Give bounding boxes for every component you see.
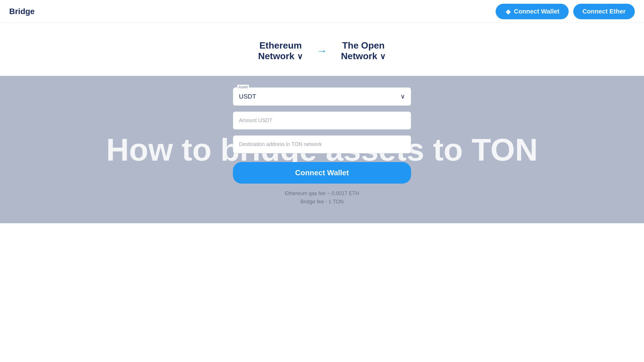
to-network-name: The Open Network ∨ [341,40,386,61]
amount-input-wrapper [233,111,411,130]
from-network-name: Ethereum Network ∨ [258,40,303,61]
asset-chevron-icon: ∨ [400,93,405,100]
asset-label: Asset [237,85,249,89]
connect-ether-button[interactable]: Connect Ether [573,4,635,19]
amount-field-group [233,111,411,130]
fee-info: Ethereum gas fee ~ 0.0017 ETH Bridge fee… [233,189,411,206]
destination-wrapper [233,135,411,153]
form-container: Asset USDT ∨ Connect Wallet Ethereum gas… [233,87,411,206]
asset-value: USDT [239,93,256,100]
gas-fee-line: Ethereum gas fee ~ 0.0017 ETH [233,189,411,198]
logo: Bridge [9,7,35,16]
to-network-selector[interactable]: The Open Network ∨ [341,40,386,61]
main-connect-wallet-button[interactable]: Connect Wallet [233,162,411,184]
connect-wallet-button[interactable]: ◈ Connect Wallet [496,4,569,19]
bridge-fee-line: Bridge fee - 1 TON [233,198,411,206]
main-connect-wallet-label: Connect Wallet [295,168,349,177]
ton-icon: ◈ [505,8,512,15]
to-network-chevron: ∨ [380,52,386,61]
header: Bridge ◈ Connect Wallet Connect Ether [0,0,644,23]
amount-input[interactable] [233,112,411,129]
header-nav: ◈ Connect Wallet Connect Ether [496,4,635,19]
form-section: How to bridge assets to TON Asset USDT ∨… [0,76,644,223]
direction-arrow: → [317,45,327,57]
asset-field-group: Asset USDT ∨ [233,87,411,106]
from-network-chevron: ∨ [297,52,303,61]
asset-select-wrapper[interactable]: Asset USDT ∨ [233,87,411,106]
network-row: Ethereum Network ∨ → The Open Network ∨ [0,23,644,76]
connect-wallet-label: Connect Wallet [514,8,559,15]
from-network-selector[interactable]: Ethereum Network ∨ [258,40,303,61]
destination-input[interactable] [233,136,411,153]
asset-select-inner[interactable]: USDT ∨ [233,88,411,105]
connect-ether-label: Connect Ether [582,8,626,15]
